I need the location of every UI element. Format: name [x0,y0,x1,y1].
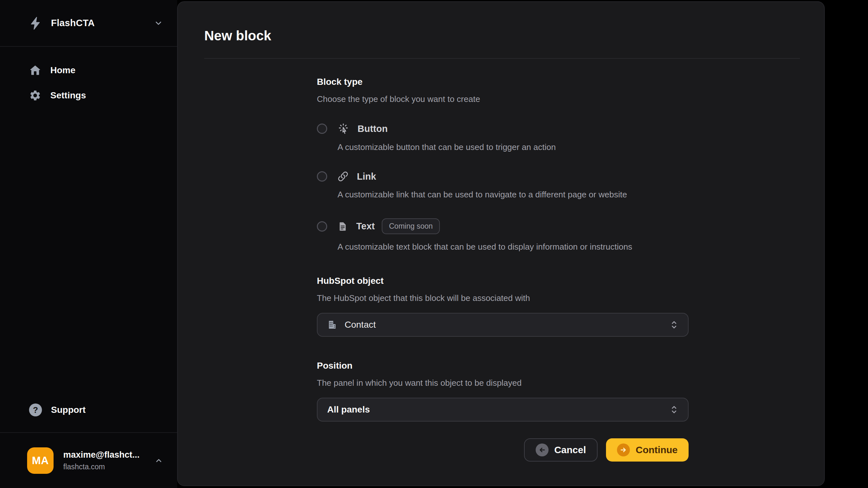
workspace-switcher[interactable]: FlashCTA [0,0,177,47]
continue-button[interactable]: Continue [606,438,689,461]
arrow-right-icon [617,444,630,456]
chevron-down-icon [154,19,163,28]
option-description: A customizable button that can be used t… [338,142,689,152]
block-type-label: Block type [317,77,689,87]
sidebar-item-label: Support [51,405,86,415]
option-label: Link [357,171,376,182]
option-button: Button A customizable button that can be… [317,123,689,152]
sidebar-item-label: Settings [50,90,86,101]
option-link-row[interactable]: Link [317,171,689,182]
brand-name: FlashCTA [51,18,95,28]
page-title: New block [204,29,824,42]
hubspot-object-section: HubSpot object The HubSpot object that t… [317,276,689,337]
new-block-panel: New block Block type Choose the type of … [177,1,825,486]
option-description: A customizable link that can be used to … [338,190,689,200]
chevron-up-down-icon [670,404,678,415]
chevron-up-icon [155,456,163,465]
hubspot-object-select[interactable]: Contact [317,313,689,337]
file-text-icon [338,221,348,232]
option-label: Button [358,124,388,134]
option-button-row[interactable]: Button [317,123,689,134]
hubspot-object-description: The HubSpot object that this block will … [317,293,689,303]
cursor-click-icon [338,123,349,134]
radio-button[interactable] [317,221,327,232]
help-question-icon: ? [29,403,42,416]
building-icon [327,320,338,330]
form-actions: Cancel Continue [317,438,689,461]
sidebar-item-support[interactable]: ? Support [0,397,177,423]
gear-icon [29,89,41,102]
cancel-button-label: Cancel [554,445,586,455]
hubspot-object-value: Contact [345,320,376,330]
new-block-form: Block type Choose the type of block you … [317,77,689,461]
position-description: The panel in which you want this object … [317,378,689,388]
sidebar: FlashCTA Home Settings ? Support [0,0,177,488]
position-select[interactable]: All panels [317,398,689,422]
user-domain: flashcta.com [63,462,140,471]
continue-button-label: Continue [636,445,678,455]
block-type-description: Choose the type of block you want to cre… [317,94,689,104]
position-label: Position [317,361,689,371]
avatar: MA [27,447,54,474]
option-link: Link A customizable link that can be use… [317,171,689,200]
position-value: All panels [327,404,370,415]
home-icon [29,64,41,76]
sidebar-item-home[interactable]: Home [0,58,177,83]
sidebar-item-settings[interactable]: Settings [0,83,177,108]
title-divider [204,58,800,59]
user-email: maxime@flashct... [63,450,140,460]
sidebar-item-label: Home [50,65,75,75]
chevron-up-down-icon [670,319,678,330]
coming-soon-badge: Coming soon [382,218,440,234]
option-description: A customizable text block that can be us… [338,242,689,252]
arrow-left-icon [536,444,549,456]
option-text: Text Coming soon A customizable text blo… [317,218,689,252]
sidebar-spacer [0,108,177,397]
cancel-button[interactable]: Cancel [524,438,598,461]
user-menu[interactable]: MA maxime@flashct... flashcta.com [0,432,177,488]
option-label: Text [356,221,375,232]
sidebar-nav: Home Settings [0,47,177,108]
lightning-bolt-icon [28,16,42,30]
radio-button[interactable] [317,171,327,182]
position-section: Position The panel in which you want thi… [317,361,689,422]
link-icon [338,171,348,182]
hubspot-object-label: HubSpot object [317,276,689,286]
user-meta: maxime@flashct... flashcta.com [63,450,140,471]
radio-button[interactable] [317,124,327,134]
option-text-row[interactable]: Text Coming soon [317,218,689,234]
